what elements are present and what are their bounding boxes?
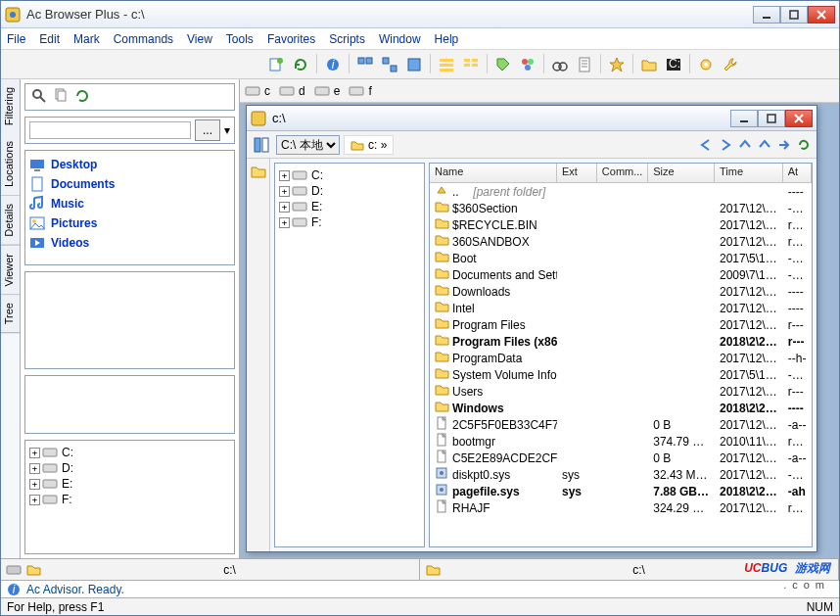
- search-icon[interactable]: [31, 88, 47, 107]
- file-row[interactable]: Downloads2017\12\15 ...----: [430, 283, 812, 300]
- file-row[interactable]: Intel2017\12\16 ...----: [430, 300, 812, 316]
- vtab-details[interactable]: Details: [1, 196, 20, 246]
- tree-drive-f[interactable]: +F:: [29, 492, 230, 507]
- menu-window[interactable]: Window: [379, 32, 421, 46]
- tool-info-icon[interactable]: i: [322, 54, 344, 75]
- drive-d[interactable]: d: [280, 84, 305, 98]
- vtab-filtering[interactable]: Filtering: [1, 79, 20, 133]
- child-minimize-button[interactable]: [730, 110, 758, 127]
- file-row[interactable]: bootmgr374.79 KB ( ...2010\11\21 ...rahs: [430, 433, 812, 450]
- nav-back-icon[interactable]: [697, 136, 715, 154]
- col-name[interactable]: Name: [430, 164, 557, 182]
- vtab-tree[interactable]: Tree: [1, 295, 20, 333]
- pathbar-right[interactable]: c:\: [420, 559, 839, 580]
- nav-refresh-icon[interactable]: [795, 136, 813, 154]
- file-row[interactable]: System Volume Informa...2017\5\19 ...--h…: [430, 366, 812, 383]
- col-comm[interactable]: Comm...: [597, 164, 648, 182]
- childtree-c[interactable]: +C:: [279, 167, 420, 183]
- col-attr[interactable]: At: [783, 164, 812, 182]
- file-row[interactable]: pagefile.syssys7.88 GB (8 4...2018\2\25 …: [430, 483, 812, 499]
- vtab-locations[interactable]: Locations: [1, 133, 20, 196]
- file-row[interactable]: Program Files (x86)2018\2\25 ...r---: [430, 333, 812, 350]
- expand-icon[interactable]: +: [279, 186, 290, 197]
- nav-up-icon[interactable]: [736, 136, 754, 154]
- minimize-button[interactable]: [753, 6, 780, 24]
- tree-drive-c[interactable]: +C:: [29, 445, 230, 460]
- expand-icon[interactable]: +: [279, 202, 290, 213]
- file-row[interactable]: $RECYCLE.BIN2017\12\15 ...r-hs: [430, 216, 812, 233]
- expand-icon[interactable]: +: [29, 495, 40, 505]
- pathbar-left[interactable]: c:\: [1, 559, 420, 580]
- childtree-e[interactable]: +E:: [279, 199, 420, 214]
- file-row[interactable]: 2C5F5F0EB33C4F75B4...0 B2017\12\15 ...-a…: [430, 416, 812, 433]
- tool-tag-icon[interactable]: [492, 54, 514, 75]
- nav-go-icon[interactable]: [775, 136, 793, 154]
- nav-up2-icon[interactable]: [756, 136, 773, 154]
- breadcrumb[interactable]: c: »: [344, 135, 394, 155]
- tool-binoc-icon[interactable]: [549, 54, 571, 75]
- tool-refresh-icon[interactable]: [290, 54, 311, 75]
- expand-icon[interactable]: +: [29, 448, 40, 458]
- tool-list1-icon[interactable]: [436, 54, 457, 75]
- menu-mark[interactable]: Mark: [73, 32, 100, 46]
- tree-drive-d[interactable]: +D:: [29, 460, 230, 476]
- close-button[interactable]: [808, 6, 835, 24]
- tool-single-icon[interactable]: [403, 54, 425, 75]
- menu-view[interactable]: View: [187, 32, 212, 46]
- file-row[interactable]: diskpt0.syssys32.43 MB (3...2017\12\20 .…: [430, 466, 812, 483]
- child-close-button[interactable]: [785, 110, 813, 127]
- menu-edit[interactable]: Edit: [39, 32, 60, 46]
- menu-file[interactable]: File: [7, 32, 25, 46]
- tool-tile-icon[interactable]: [354, 54, 376, 75]
- tool-cmd-icon[interactable]: C:\: [663, 54, 684, 75]
- child-layout-icon[interactable]: [251, 134, 272, 156]
- menu-help[interactable]: Help: [435, 32, 459, 46]
- loc-pictures[interactable]: Pictures: [29, 213, 230, 233]
- tool-gear-icon[interactable]: [695, 54, 717, 75]
- file-row[interactable]: RHAJF324.29 KB ( ...2017\12\15 ...r-hs: [430, 499, 812, 516]
- drive-select[interactable]: C:\ 本地: [276, 135, 340, 155]
- file-row[interactable]: Documents and Settings2009\7\14 ...--hs: [430, 266, 812, 283]
- menu-commands[interactable]: Commands: [114, 32, 173, 46]
- tool-fav-icon[interactable]: [606, 54, 628, 75]
- tool-stack-icon[interactable]: [379, 54, 400, 75]
- childtree-d[interactable]: +D:: [279, 183, 420, 199]
- childtree-f[interactable]: +F:: [279, 214, 420, 230]
- menu-tools[interactable]: Tools: [226, 32, 254, 46]
- col-time[interactable]: Time: [715, 164, 783, 182]
- expand-icon[interactable]: +: [29, 463, 40, 474]
- file-row[interactable]: 360SANDBOX2017\12\15 ...r-hs: [430, 233, 812, 250]
- loc-music[interactable]: Music: [29, 194, 230, 213]
- loc-desktop[interactable]: Desktop: [29, 155, 230, 174]
- vtab-viewer[interactable]: Viewer: [1, 246, 20, 295]
- refresh-icon[interactable]: [74, 88, 90, 107]
- drive-e[interactable]: e: [315, 84, 341, 98]
- loc-videos[interactable]: Videos: [29, 233, 230, 253]
- nav-forward-icon[interactable]: [717, 136, 734, 154]
- file-row[interactable]: C5E2E89ACDE2CFBDC...0 B2017\12\15 ...-a-…: [430, 450, 812, 466]
- copy-icon[interactable]: [53, 88, 69, 107]
- filter-dropdown-icon[interactable]: ▾: [224, 123, 230, 137]
- tool-doc-icon[interactable]: [574, 54, 595, 75]
- tool-list2-icon[interactable]: [460, 54, 482, 75]
- loc-documents[interactable]: Documents: [29, 174, 230, 194]
- filter-more-button[interactable]: ...: [195, 119, 220, 141]
- col-size[interactable]: Size: [648, 164, 715, 182]
- file-row[interactable]: $360Section2017\12\19 ...--hs: [430, 200, 812, 216]
- filter-input[interactable]: [29, 121, 191, 139]
- maximize-button[interactable]: [780, 6, 808, 24]
- expand-icon[interactable]: +: [279, 217, 290, 228]
- tool-folder-icon[interactable]: [638, 54, 660, 75]
- menu-scripts[interactable]: Scripts: [329, 32, 365, 46]
- file-row[interactable]: Windows2018\2\25 ...----: [430, 400, 812, 416]
- tool-new-icon[interactable]: [265, 54, 287, 75]
- drive-f[interactable]: f: [350, 84, 371, 98]
- col-ext[interactable]: Ext: [557, 164, 597, 182]
- file-row[interactable]: Users2017\12\15 ...r---: [430, 383, 812, 400]
- file-row[interactable]: .. [parent folder]----: [430, 183, 812, 200]
- file-row[interactable]: Program Files2017\12\20 ...r---: [430, 316, 812, 333]
- child-maximize-button[interactable]: [758, 110, 785, 127]
- tree-drive-e[interactable]: +E:: [29, 476, 230, 492]
- expand-icon[interactable]: +: [29, 479, 40, 490]
- expand-icon[interactable]: +: [279, 170, 290, 181]
